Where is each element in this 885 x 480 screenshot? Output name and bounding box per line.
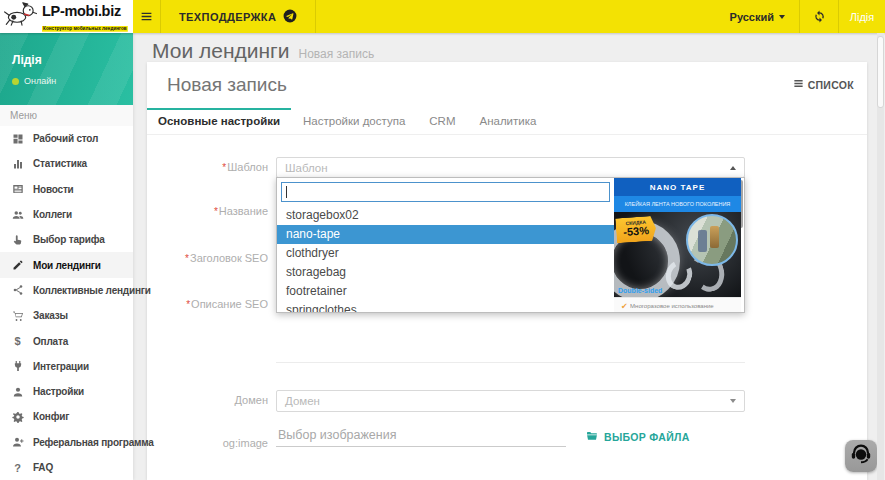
template-option-footretainer[interactable]: footretainer bbox=[277, 282, 614, 301]
og-image-input[interactable]: Выбор изображения bbox=[276, 424, 566, 447]
dollar-icon: $ bbox=[10, 335, 25, 347]
seo-title-field-label: *Заголовок SEO bbox=[147, 252, 268, 265]
seo-description-field-label: *Описание SEO bbox=[147, 298, 268, 311]
topbar: LP-mobi.biz Конструктор мобильных лендин… bbox=[0, 0, 885, 33]
sidebar-user-status: Онлайн bbox=[12, 76, 56, 86]
question-icon: ? bbox=[10, 462, 25, 474]
menu-toggle-icon[interactable] bbox=[133, 0, 160, 33]
sidebar-item-referral[interactable]: Реферальная программа bbox=[0, 430, 133, 455]
list-button-label: СПИСОК bbox=[808, 79, 854, 91]
hand-pointer-icon bbox=[10, 234, 25, 246]
template-option-clothdryer[interactable]: clothdryer bbox=[277, 244, 614, 263]
logo[interactable]: LP-mobi.biz Конструктор мобильных лендин… bbox=[0, 0, 133, 33]
user-menu[interactable]: Лідія bbox=[839, 0, 885, 33]
preview-feature-text: Многоразовое использование bbox=[630, 303, 714, 310]
tab-crm[interactable]: CRM bbox=[417, 108, 467, 134]
list-icon bbox=[793, 78, 804, 91]
sidebar-user-name: Лідія bbox=[12, 53, 42, 67]
sidebar-item-tariff[interactable]: Выбор тарифа bbox=[0, 227, 133, 252]
language-selector[interactable]: Русский bbox=[716, 0, 799, 33]
template-dropdown: storagebox02nano-tapeclothdryerstorageba… bbox=[276, 177, 745, 313]
sidebar-item-config[interactable]: Конфиг bbox=[0, 404, 133, 429]
person-icon bbox=[10, 386, 25, 398]
person-plus-icon bbox=[10, 436, 25, 448]
page-title: Мои лендинги bbox=[152, 39, 289, 63]
sidebar: Лідія Онлайн Меню Рабочий стол Статистик… bbox=[0, 33, 133, 480]
online-status-dot bbox=[12, 78, 19, 85]
support-label: ТЕХПОДДЕРЖКА bbox=[179, 11, 276, 23]
name-field-label: *Название bbox=[147, 205, 268, 218]
scrollbar-thumb[interactable] bbox=[877, 36, 884, 108]
preview-image: СКИДКА -53% Double-sided bbox=[614, 212, 741, 297]
check-icon: ✔ bbox=[621, 302, 628, 311]
template-field-label: *Шаблон bbox=[147, 161, 268, 174]
pencil-icon bbox=[10, 259, 25, 271]
domain-select[interactable]: Домен bbox=[276, 390, 745, 412]
dashboard-icon bbox=[10, 133, 25, 145]
breadcrumb: Новая запись bbox=[298, 47, 374, 61]
preview-inset-photo bbox=[686, 214, 738, 266]
menu-section-label: Меню bbox=[0, 105, 133, 126]
bar-chart-icon bbox=[10, 158, 25, 170]
sidebar-item-collective-landings[interactable]: Коллективные лендинги bbox=[0, 278, 133, 303]
cart-icon bbox=[10, 310, 25, 322]
template-option-springclothes[interactable]: springclothes bbox=[277, 301, 614, 313]
app-window: LP-mobi.biz Конструктор мобильных лендин… bbox=[0, 0, 885, 480]
language-label: Русский bbox=[730, 11, 774, 23]
tab-access-settings[interactable]: Настройки доступа bbox=[291, 108, 417, 134]
og-image-field-label: og:image bbox=[147, 437, 268, 450]
sidebar-user-panel: Лідія Онлайн bbox=[0, 33, 133, 105]
plug-icon bbox=[10, 360, 25, 372]
sidebar-item-statistics[interactable]: Статистика bbox=[0, 151, 133, 176]
news-icon bbox=[10, 183, 25, 195]
sidebar-item-integrations[interactable]: Интеграции bbox=[0, 354, 133, 379]
template-option-storagebox02[interactable]: storagebox02 bbox=[277, 206, 614, 225]
card-title: Новая запись bbox=[167, 74, 287, 96]
template-search-input[interactable] bbox=[281, 182, 610, 202]
sidebar-item-my-landings[interactable]: Мои лендинги bbox=[0, 252, 133, 277]
preview-caption: Double-sided bbox=[618, 287, 662, 294]
sidebar-item-news[interactable]: Новости bbox=[0, 177, 133, 202]
tab-analytics[interactable]: Аналитика bbox=[467, 108, 548, 134]
share-icon bbox=[10, 284, 25, 296]
template-select-placeholder: Шаблон bbox=[285, 162, 730, 174]
template-options-list: storagebox02nano-tapeclothdryerstorageba… bbox=[277, 206, 614, 313]
template-preview: NANO TAPE КЛЕЙКАЯ ЛЕНТА НОВОГО ПОКОЛЕНИЯ… bbox=[614, 178, 741, 313]
headset-icon bbox=[849, 442, 873, 470]
sidebar-item-payment[interactable]: $ Оплата bbox=[0, 328, 133, 353]
discount-badge: СКИДКА -53% bbox=[615, 216, 657, 244]
telegram-icon bbox=[283, 9, 297, 25]
domain-field-label: Домен bbox=[147, 394, 268, 407]
refresh-button[interactable] bbox=[800, 0, 838, 33]
sidebar-item-desktop[interactable]: Рабочий стол bbox=[0, 126, 133, 151]
divider bbox=[315, 0, 316, 33]
topbar-yellow: ТЕХПОДДЕРЖКА Русский Лідія bbox=[133, 0, 885, 33]
sidebar-item-settings[interactable]: Настройки bbox=[0, 379, 133, 404]
page-header: Мои лендинги Новая запись bbox=[152, 39, 374, 63]
form-divider bbox=[276, 362, 745, 363]
sidebar-item-faq[interactable]: ? FAQ bbox=[0, 455, 133, 480]
sidebar-item-orders[interactable]: Заказы bbox=[0, 303, 133, 328]
logo-title: LP-mobi.biz bbox=[42, 3, 121, 19]
choose-file-label: ВЫБОР ФАЙЛА bbox=[604, 431, 690, 443]
folder-icon bbox=[585, 428, 599, 446]
sidebar-menu: Рабочий стол Статистика Новости Коллеги … bbox=[0, 126, 133, 480]
text-cursor bbox=[286, 186, 287, 198]
support-chat-widget[interactable] bbox=[845, 440, 877, 472]
list-button[interactable]: СПИСОК bbox=[793, 78, 854, 91]
tabs: Основные настройкиНастройки доступаCRMАн… bbox=[147, 108, 867, 135]
logo-subtitle: Конструктор мобильных лендингов bbox=[42, 26, 128, 32]
chevron-up-icon bbox=[730, 166, 736, 170]
people-icon bbox=[10, 209, 25, 221]
sidebar-item-colleagues[interactable]: Коллеги bbox=[0, 202, 133, 227]
chevron-down-icon bbox=[730, 399, 736, 403]
chevron-down-icon bbox=[779, 15, 785, 19]
support-button[interactable]: ТЕХПОДДЕРЖКА bbox=[161, 0, 315, 33]
template-select[interactable]: Шаблон bbox=[276, 157, 745, 178]
preview-title: NANO TAPE bbox=[650, 183, 706, 192]
choose-file-button[interactable]: ВЫБОР ФАЙЛА bbox=[585, 428, 690, 446]
page-scrollbar[interactable] bbox=[877, 33, 884, 480]
tab-main-settings[interactable]: Основные настройки bbox=[147, 108, 291, 134]
template-option-nano-tape[interactable]: nano-tape bbox=[277, 225, 614, 244]
template-option-storagebag[interactable]: storagebag bbox=[277, 263, 614, 282]
